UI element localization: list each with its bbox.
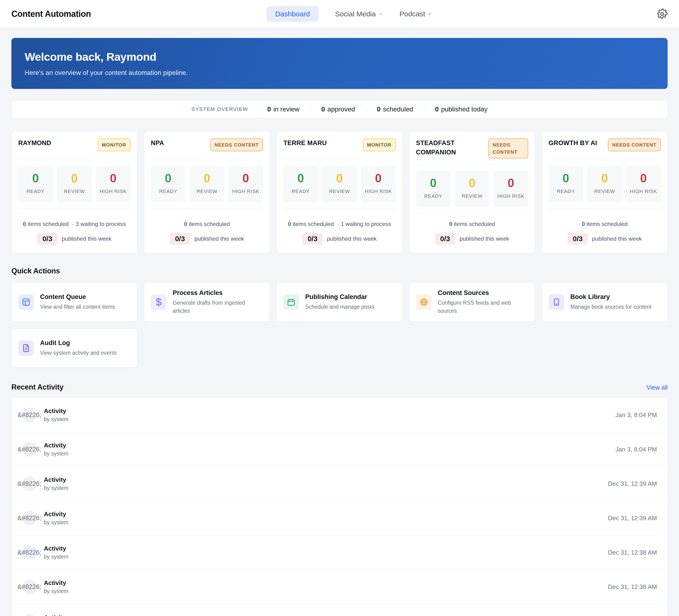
chevron-down-icon xyxy=(427,11,432,17)
ready-stat: 0READY xyxy=(549,166,583,202)
system-overview-label: SYSTEM OVERVIEW xyxy=(191,106,248,112)
stat-approved-label: approved xyxy=(327,105,355,113)
ready-label: READY xyxy=(418,192,448,200)
review-label: REVIEW xyxy=(590,188,620,195)
app-title: Content Automation xyxy=(11,9,91,19)
ready-count: 0 xyxy=(21,172,51,184)
high-risk-label: HIGH RISK xyxy=(628,188,658,195)
high-risk-label: HIGH RISK xyxy=(98,188,128,195)
pipeline-card-terre-maru[interactable]: TERRE MARU MONITOR 0READY 0REVIEW 0HIGH … xyxy=(277,131,402,254)
scheduled-line: 0 items scheduled · 3 waiting to process xyxy=(18,220,130,229)
quick-action-title: Process Articles xyxy=(172,289,263,297)
high-risk-stat: 0HIGH RISK xyxy=(626,166,661,202)
main-nav: Dashboard Social Media Podcast xyxy=(266,6,432,22)
high-risk-stat: 0HIGH RISK xyxy=(229,166,263,202)
published-text: published this week xyxy=(62,235,111,242)
stat-published-today-label: published today xyxy=(441,105,487,113)
ready-label: READY xyxy=(21,188,51,195)
pipeline-name: TERRE MARU xyxy=(283,138,327,148)
quick-action-publishing-calendar[interactable]: Publishing Calendar Schedule and manage … xyxy=(277,282,402,322)
avatar: &#8226; xyxy=(22,614,37,616)
avatar-text: &#8226; xyxy=(18,411,41,419)
ready-label: READY xyxy=(551,188,581,195)
ready-count: 0 xyxy=(286,172,316,184)
stat-approved: 0approved xyxy=(321,105,355,113)
quick-action-audit-log[interactable]: Audit Log View system activity and event… xyxy=(11,328,137,368)
pipeline-card-raymond[interactable]: RAYMOND MONITOR 0READY 0REVIEW 0HIGH RIS… xyxy=(11,131,137,254)
review-count: 0 xyxy=(60,172,89,184)
quick-action-content-queue[interactable]: Content Queue View and filter all conten… xyxy=(11,282,137,322)
high-risk-stat: 0HIGH RISK xyxy=(96,166,130,202)
review-stat: 0REVIEW xyxy=(455,171,489,207)
tab-dashboard[interactable]: Dashboard xyxy=(266,6,318,22)
welcome-title: Welcome back, Raymond xyxy=(25,50,654,63)
quick-action-book-library[interactable]: Book Library Manage book sources for con… xyxy=(542,282,668,322)
stat-in-review-label: in review xyxy=(273,105,299,113)
avatar-text: &#8226; xyxy=(18,515,41,522)
activity-row[interactable]: &#8226; Activityby system Dec 31, 12:39 … xyxy=(11,501,668,536)
activity-row[interactable]: &#8226; Activityby system Dec 31, 12:31 … xyxy=(11,604,668,616)
activity-by: by system xyxy=(44,416,68,423)
waiting-text: · 3 waiting to process xyxy=(72,221,126,227)
book-icon xyxy=(549,294,564,310)
quick-action-desc: Generate drafts from ingested articles xyxy=(172,299,263,315)
layout-icon xyxy=(18,294,34,310)
review-label: REVIEW xyxy=(325,188,354,195)
pipeline-card-growth-by-ai[interactable]: GROWTH BY AI NEEDS CONTENT 0READY 0REVIE… xyxy=(542,131,668,254)
quick-action-title: Audit Log xyxy=(40,339,117,347)
divider xyxy=(549,160,661,160)
scheduled-text: items scheduled xyxy=(586,221,627,227)
review-stat: 0REVIEW xyxy=(587,166,622,202)
divider xyxy=(151,160,263,160)
quick-action-desc: View system activity and events xyxy=(40,349,117,357)
quick-action-title: Content Queue xyxy=(40,293,115,301)
avatar-text: &#8226; xyxy=(18,480,41,487)
avatar: &#8226; xyxy=(22,442,37,457)
chevron-down-icon xyxy=(378,11,383,17)
published-ratio-badge: 0/3 xyxy=(435,233,455,245)
tab-social-media[interactable]: Social Media xyxy=(335,10,383,18)
high-risk-label: HIGH RISK xyxy=(363,188,393,195)
quick-action-title: Book Library xyxy=(571,293,651,301)
review-stat: 0REVIEW xyxy=(57,166,92,202)
ready-count: 0 xyxy=(153,172,183,184)
activity-row[interactable]: &#8226; Activityby system Jan 3, 8:04 PM xyxy=(11,398,668,432)
settings-button[interactable] xyxy=(657,8,668,20)
avatar: &#8226; xyxy=(22,511,37,525)
activity-by: by system xyxy=(44,485,68,491)
view-all-link[interactable]: View all xyxy=(647,384,668,391)
published-ratio-badge: 0/3 xyxy=(170,233,190,245)
avatar-text: &#8226; xyxy=(18,583,41,591)
activity-row[interactable]: &#8226; Activityby system Jan 3, 8:04 PM xyxy=(11,432,668,466)
activity-list: &#8226; Activityby system Jan 3, 8:04 PM… xyxy=(11,398,668,616)
tab-podcast[interactable]: Podcast xyxy=(399,10,432,18)
scheduled-text: items scheduled xyxy=(28,221,68,227)
avatar: &#8226; xyxy=(22,408,37,422)
activity-by: by system xyxy=(44,519,68,526)
quick-action-process-articles[interactable]: $ Process Articles Generate drafts from … xyxy=(144,282,270,322)
review-count: 0 xyxy=(590,172,620,184)
review-stat: 0REVIEW xyxy=(190,166,224,202)
pipeline-card-steadfast-companion[interactable]: STEADFAST COMPANION NEEDS CONTENT 0READY… xyxy=(409,131,535,254)
quick-action-content-sources[interactable]: Content Sources Configure RSS feeds and … xyxy=(409,282,535,322)
scheduled-count: 0 xyxy=(582,221,585,227)
pipeline-name: RAYMOND xyxy=(18,138,51,148)
activity-row[interactable]: &#8226; Activityby system Dec 31, 12:38 … xyxy=(11,536,668,570)
ready-label: READY xyxy=(153,188,183,195)
high-risk-stat: 0HIGH RISK xyxy=(361,166,396,202)
pipeline-card-npa[interactable]: NPA NEEDS CONTENT 0READY 0REVIEW 0HIGH R… xyxy=(144,131,270,254)
high-risk-stat: 0HIGH RISK xyxy=(494,171,528,207)
review-count: 0 xyxy=(457,177,487,189)
quick-action-desc: Schedule and manage posts xyxy=(305,303,374,311)
activity-title: Activity xyxy=(44,545,68,552)
activity-row[interactable]: &#8226; Activityby system Dec 31, 12:39 … xyxy=(11,466,668,501)
high-risk-count: 0 xyxy=(98,172,128,184)
globe-icon xyxy=(416,294,432,310)
published-ratio-badge: 0/3 xyxy=(568,233,588,245)
ready-stat: 0READY xyxy=(18,166,53,202)
high-risk-label: HIGH RISK xyxy=(231,188,261,195)
waiting-text: · 1 waiting to process xyxy=(337,221,391,227)
stat-published-today-value: 0 xyxy=(435,105,439,113)
scheduled-line: 0 items scheduled xyxy=(549,220,661,229)
activity-row[interactable]: &#8226; Activityby system Dec 31, 12:38 … xyxy=(11,570,668,604)
